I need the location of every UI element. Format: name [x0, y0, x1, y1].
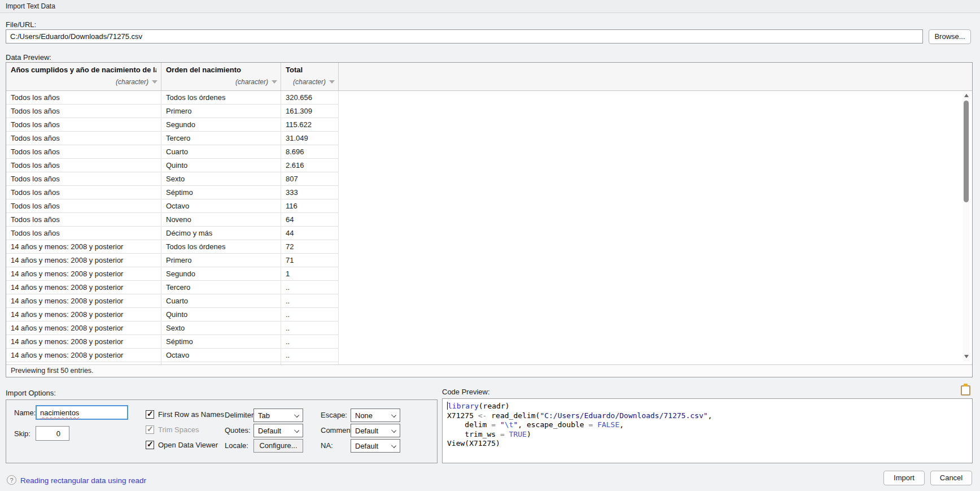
scrollbar-thumb[interactable] — [964, 101, 969, 202]
delimiter-label: Delimiter: — [225, 411, 256, 419]
table-cell: Décimo y más — [161, 227, 281, 240]
checkbox-first-row-as-names[interactable]: ✓First Row as Names — [146, 409, 224, 419]
table-cell: 807 — [281, 172, 339, 186]
na-select[interactable]: Default — [351, 439, 400, 453]
table-cell: Todos los órdenes — [161, 91, 281, 105]
escape-label: Escape: — [321, 411, 347, 419]
table-cell: Tercero — [161, 281, 281, 294]
copy-to-clipboard-icon[interactable] — [961, 385, 970, 396]
skip-input[interactable]: 0 — [36, 426, 69, 441]
table-row: 14 años y menos: 2008 y posteriorQuinto.… — [6, 308, 972, 321]
table-row: Todos los añosSexto807 — [6, 172, 972, 186]
data-preview-rows: Todos los añosTodos los órdenes320.656To… — [6, 91, 972, 364]
column-header: Años cumplidos y año de nacimiento de la… — [6, 63, 161, 90]
scroll-down-icon[interactable] — [964, 355, 969, 360]
table-row: 14 años y menos: 2008 y posteriorSexto.. — [6, 321, 972, 335]
table-cell: Todos los órdenes — [161, 240, 281, 254]
table-row: Todos los añosDécimo y más44 — [6, 227, 972, 240]
checkbox-trim-spaces[interactable]: ✓Trim Spaces — [146, 424, 199, 434]
table-cell: Quinto — [161, 159, 281, 172]
table-row: Todos los añosTodos los órdenes320.656 — [6, 91, 972, 105]
code-preview-label: Code Preview: — [442, 388, 490, 396]
comment-value: Default — [355, 427, 378, 435]
column-name: Orden del nacimiento — [166, 66, 276, 74]
column-type: (character) — [116, 78, 148, 86]
na-value: Default — [355, 442, 378, 450]
column-menu-icon[interactable] — [272, 80, 277, 84]
table-cell: Sexto — [161, 321, 281, 335]
help-icon[interactable]: ? — [7, 475, 16, 485]
table-cell: Todos los años — [6, 172, 161, 186]
locale-label: Locale: — [225, 441, 248, 450]
table-cell: 2.616 — [281, 159, 339, 172]
table-row: 14 años y menos: 2008 y posteriorCuarto.… — [6, 294, 972, 308]
checkbox-icon[interactable]: ✓ — [146, 425, 154, 434]
table-cell: 14 años y menos: 2008 y posterior — [6, 349, 161, 362]
quotes-label: Quotes: — [225, 426, 251, 434]
table-row: Todos los añosTercero31.049 — [6, 132, 972, 145]
code-line: trim_ws = TRUE) — [447, 430, 968, 440]
table-row: 14 años y menos: 2008 y posteriorOctavo.… — [6, 349, 972, 362]
table-cell: 14 años y menos: 2008 y posterior — [6, 281, 161, 294]
delimiter-select[interactable]: Tab — [253, 409, 303, 422]
table-cell: 64 — [281, 213, 339, 227]
cancel-button[interactable]: Cancel — [930, 471, 972, 485]
chevron-down-icon — [391, 443, 396, 448]
quotes-value: Default — [258, 427, 281, 435]
checkbox-icon[interactable]: ✓ — [146, 410, 154, 419]
skip-label: Skip: — [14, 429, 30, 438]
quotes-select[interactable]: Default — [253, 424, 303, 437]
column-type: (character) — [293, 78, 326, 86]
dialog-title: Import Text Data — [0, 0, 980, 13]
escape-select[interactable]: None — [351, 409, 400, 422]
code-line: View(X71275) — [447, 439, 968, 449]
help-link[interactable]: Reading rectangular data using readr — [20, 476, 146, 485]
table-cell: 161.309 — [281, 105, 339, 118]
table-cell: Primero — [161, 105, 281, 118]
code-line: X71275 <- read_delim("C:/Users/Eduardo/D… — [447, 411, 968, 421]
column-header: Total(character) — [281, 63, 339, 90]
table-cell: Todos los años — [6, 91, 161, 105]
checkbox-label: Trim Spaces — [158, 425, 199, 434]
table-cell: Todos los años — [6, 105, 161, 118]
comment-select[interactable]: Default — [351, 424, 400, 437]
code-preview-panel[interactable]: library(readr)X71275 <- read_delim("C:/U… — [442, 398, 973, 463]
column-type: (character) — [235, 78, 268, 86]
table-row: 14 años y menos: 2008 y posteriorPrimero… — [6, 254, 972, 267]
table-cell: Todos los años — [6, 159, 161, 172]
checkbox-label: First Row as Names — [158, 410, 224, 419]
browse-button[interactable]: Browse... — [929, 29, 971, 44]
name-input[interactable]: nacimientos — [36, 405, 128, 420]
table-cell: 14 años y menos: 2008 y posterior — [6, 321, 161, 335]
column-menu-icon[interactable] — [152, 80, 158, 84]
table-cell: 31.049 — [281, 132, 339, 145]
code-line: library(readr) — [447, 402, 968, 411]
locale-configure-button[interactable]: Configure... — [253, 439, 303, 453]
table-cell: Todos los años — [6, 199, 161, 213]
table-cell: Primero — [161, 254, 281, 267]
column-header: Orden del nacimiento(character) — [161, 63, 281, 90]
table-cell: Segundo — [161, 118, 281, 132]
checkbox-icon[interactable]: ✓ — [146, 441, 154, 449]
column-name: Total — [286, 66, 334, 74]
table-cell: Todos los años — [6, 118, 161, 132]
file-url-input[interactable] — [6, 29, 923, 44]
table-cell: 116 — [281, 199, 339, 213]
table-cell: .. — [281, 349, 339, 362]
table-cell: Todos los años — [6, 213, 161, 227]
escape-value: None — [355, 411, 373, 420]
comment-label: Comment: — [321, 426, 355, 434]
table-row: Todos los añosCuarto8.696 — [6, 145, 972, 159]
chevron-down-icon — [391, 412, 396, 418]
column-menu-icon[interactable] — [329, 80, 335, 84]
checkbox-open-data-viewer[interactable]: ✓Open Data Viewer — [146, 440, 218, 450]
table-cell: Séptimo — [161, 186, 281, 199]
table-cell: 14 años y menos: 2008 y posterior — [6, 335, 161, 349]
import-button[interactable]: Import — [883, 471, 925, 485]
vertical-scrollbar[interactable] — [963, 93, 969, 361]
table-row: Todos los añosOctavo116 — [6, 199, 972, 213]
table-cell: Octavo — [161, 349, 281, 362]
scroll-up-icon[interactable] — [964, 94, 969, 99]
table-cell: Cuarto — [161, 145, 281, 159]
table-cell: Segundo — [161, 267, 281, 281]
